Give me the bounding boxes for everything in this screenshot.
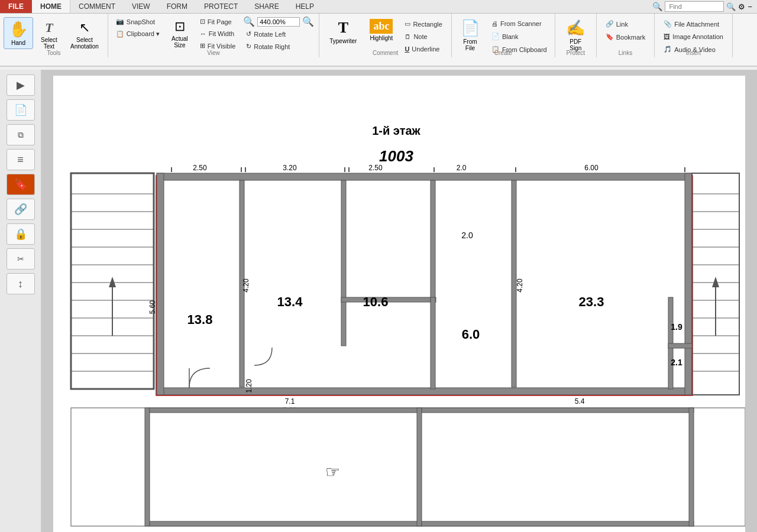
actual-size-icon: ⊡ xyxy=(174,19,185,34)
sidebar-scroll-btn[interactable]: ↕ xyxy=(7,273,35,294)
file-attachment-label: File Attachment xyxy=(674,21,719,28)
left-sidebar: ▶ 📄 ⧉ ≡ 🔖 🔗 🔒 ✂ ↕ xyxy=(0,70,41,532)
select-text-icon: T xyxy=(45,20,53,35)
image-annotation-label: Image Annotation xyxy=(672,33,723,40)
tools-group: ✋ Hand T SelectText ↖ SelectAnnotation T… xyxy=(0,14,108,57)
room-label-20: 2.0 xyxy=(461,231,473,240)
from-scanner-btn[interactable]: 🖨 From Scanner xyxy=(487,18,551,29)
svg-marker-19 xyxy=(712,277,719,287)
dim-560: 5.60 xyxy=(148,300,157,314)
room-label-60: 6.0 xyxy=(462,327,480,342)
create-group: 📄 FromFile 🖨 From Scanner 📄 Blank 📋 From… xyxy=(452,14,555,57)
view-group: 📷 SnapShot 📋 Clipboard ▾ ⊡ ActualSize ⊡ … xyxy=(108,14,319,57)
blank-label: Blank xyxy=(502,33,519,40)
pdf-sign-btn[interactable]: ✍ PDFSign xyxy=(560,16,591,54)
blank-icon: 📄 xyxy=(491,33,500,40)
svg-rect-2 xyxy=(157,173,692,180)
note-btn[interactable]: 🗒 Note xyxy=(400,31,447,42)
rotate-left-icon: ↺ xyxy=(246,30,251,38)
fit-page-btn[interactable]: ⊡ Fit Page xyxy=(196,16,240,27)
typewriter-btn[interactable]: T Typewriter xyxy=(324,16,362,47)
tab-file[interactable]: FILE xyxy=(0,0,32,13)
zoom-input[interactable] xyxy=(257,17,300,27)
rotate-left-btn[interactable]: ↺ Rotate Left xyxy=(242,28,290,40)
rotate-right-label: Rotate Right xyxy=(254,43,290,50)
room-label-138: 13.8 xyxy=(187,312,213,327)
from-scanner-label: From Scanner xyxy=(500,20,542,27)
room-label-233: 23.3 xyxy=(579,294,604,309)
comment-group-label: Comment xyxy=(319,50,451,56)
clipboard-label: Clipboard ▾ xyxy=(127,30,160,38)
sidebar-page-btn[interactable]: 📄 xyxy=(7,99,35,121)
search-icon: 🔍 xyxy=(652,2,662,11)
links-group: 🔗 Link 🔖 Bookmark Links xyxy=(597,14,655,57)
svg-marker-32 xyxy=(109,277,116,287)
sidebar-lock-btn[interactable]: 🔒 xyxy=(7,223,35,245)
image-annotation-btn[interactable]: 🖼 Image Annotation xyxy=(659,31,727,42)
tab-form[interactable]: FORM xyxy=(158,0,196,13)
actual-size-label: ActualSize xyxy=(172,35,188,48)
sidebar-copy-btn[interactable]: ⧉ xyxy=(7,124,35,145)
highlight-btn[interactable]: abc Highlight xyxy=(364,16,398,44)
tab-help[interactable]: HELP xyxy=(287,0,322,13)
zoom-in-btn[interactable]: 🔍 xyxy=(301,16,315,27)
tab-comment[interactable]: COMMENT xyxy=(70,0,124,13)
rectangle-btn[interactable]: ▭ Rectangle xyxy=(400,18,447,30)
svg-rect-3 xyxy=(157,388,692,395)
minimize-icon[interactable]: − xyxy=(748,2,752,11)
room-label-19: 1.9 xyxy=(671,322,682,332)
typewriter-label: Typewriter xyxy=(329,38,357,44)
select-annotation-icon: ↖ xyxy=(79,20,90,35)
search-submit-icon[interactable]: 🔍 xyxy=(726,2,736,11)
comment-group: T Typewriter abc Highlight ▭ Rectangle 🗒… xyxy=(319,14,452,57)
pdf-viewport[interactable]: 1-й этаж 1003 xyxy=(41,70,757,532)
svg-rect-54 xyxy=(417,408,422,526)
note-icon: 🗒 xyxy=(405,33,411,40)
select-text-tool[interactable]: T SelectText xyxy=(34,17,64,53)
ribbon-top: FILE HOME COMMENT VIEW FORM PROTECT SHAR… xyxy=(0,0,757,14)
tab-view[interactable]: VIEW xyxy=(124,0,158,13)
actual-size-btn[interactable]: ⊡ ActualSize xyxy=(166,16,193,51)
file-attachment-btn[interactable]: 📎 File Attachment xyxy=(659,18,727,30)
svg-rect-37 xyxy=(431,297,435,389)
from-file-btn[interactable]: 📄 FromFile xyxy=(455,16,485,54)
sidebar-bookmark-btn[interactable]: 🔖 xyxy=(7,174,35,195)
dim-20: 2.0 xyxy=(457,164,467,172)
fit-visible-label: Fit Visible xyxy=(208,43,235,50)
clipboard-btn[interactable]: 📋 Clipboard ▾ xyxy=(112,28,164,40)
image-annotation-icon: 🖼 xyxy=(664,33,670,40)
protect-group-label: Protect xyxy=(555,50,596,56)
link-btn[interactable]: 🔗 Link xyxy=(601,18,650,30)
bookmark-btn[interactable]: 🔖 Bookmark xyxy=(601,31,650,43)
file-attachment-icon: 📎 xyxy=(664,20,672,28)
dim-54: 5.4 xyxy=(575,397,585,406)
tab-home[interactable]: HOME xyxy=(32,0,70,13)
snapshot-btn[interactable]: 📷 SnapShot xyxy=(112,16,164,27)
hand-icon: ✋ xyxy=(9,20,28,38)
tab-share[interactable]: SHARE xyxy=(246,0,287,13)
svg-rect-55 xyxy=(422,408,694,413)
bookmark-label: Bookmark xyxy=(616,34,646,41)
insert-group-label: Insert xyxy=(655,50,732,56)
zoom-out-btn[interactable]: 🔍 xyxy=(242,16,256,27)
select-annotation-tool[interactable]: ↖ SelectAnnotation xyxy=(65,17,104,53)
links-group-label: Links xyxy=(597,50,655,56)
sidebar-layers-btn[interactable]: ≡ xyxy=(7,149,35,170)
room-number: 1003 xyxy=(379,147,413,165)
settings-icon[interactable]: ⚙ xyxy=(738,2,745,11)
fit-width-btn[interactable]: ↔ Fit Width xyxy=(196,28,240,39)
sidebar-arrow-btn[interactable]: ▶ xyxy=(7,74,35,96)
dim-120: 1.20 xyxy=(245,379,253,393)
sidebar-scissor-btn[interactable]: ✂ xyxy=(7,248,35,270)
svg-rect-56 xyxy=(422,521,694,526)
hand-label: Hand xyxy=(11,40,25,46)
blank-btn[interactable]: 📄 Blank xyxy=(487,31,551,42)
sidebar-link-btn[interactable]: 🔗 xyxy=(7,199,35,220)
dim-600: 6.00 xyxy=(584,164,599,172)
find-input[interactable] xyxy=(665,1,724,12)
room-label-106: 10.6 xyxy=(363,294,389,309)
hand-tool[interactable]: ✋ Hand xyxy=(4,17,33,49)
highlight-label: Highlight xyxy=(370,35,393,41)
tab-protect[interactable]: PROTECT xyxy=(196,0,246,13)
dim-420-2: 4.20 xyxy=(516,278,524,293)
